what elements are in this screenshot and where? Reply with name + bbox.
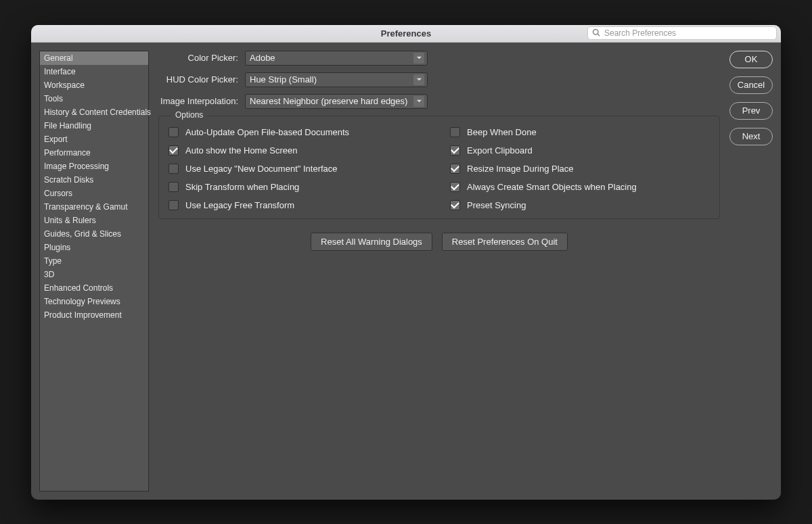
option-label: Auto-Update Open File-based Documents xyxy=(185,127,349,137)
image-interpolation-label: Image Interpolation: xyxy=(158,96,238,106)
color-picker-select[interactable]: Adobe xyxy=(245,51,428,66)
option-label: Always Create Smart Objects when Placing xyxy=(467,182,637,192)
options-legend: Options xyxy=(171,110,207,120)
option-label: Beep When Done xyxy=(467,127,537,137)
checkbox[interactable] xyxy=(450,145,460,156)
sidebar-item-file-handling[interactable]: File Handling xyxy=(40,119,148,133)
sidebar-item-tools[interactable]: Tools xyxy=(40,92,148,105)
sidebar-item-workspace[interactable]: Workspace xyxy=(40,78,148,92)
checkbox[interactable] xyxy=(450,200,460,210)
option-row: Preset Syncing xyxy=(450,200,710,210)
color-picker-value: Adobe xyxy=(250,53,275,63)
sidebar-item-enhanced-controls[interactable]: Enhanced Controls xyxy=(40,281,148,295)
checkbox[interactable] xyxy=(450,127,460,137)
options-column-right: Beep When DoneExport ClipboardResize Ima… xyxy=(450,127,710,210)
sidebar-item-plugins[interactable]: Plugins xyxy=(40,241,148,254)
dialog-title: Preferences xyxy=(31,28,781,39)
option-row: Resize Image During Place xyxy=(450,164,710,174)
checkbox[interactable] xyxy=(168,200,179,210)
titlebar: Preferences xyxy=(31,25,781,43)
hud-color-picker-label: HUD Color Picker: xyxy=(158,74,238,85)
option-label: Preset Syncing xyxy=(467,200,526,210)
option-row: Beep When Done xyxy=(450,127,710,137)
bottom-button-row: Reset All Warning Dialogs Reset Preferen… xyxy=(158,233,720,251)
checkbox[interactable] xyxy=(450,182,460,192)
cancel-button[interactable]: Cancel xyxy=(729,76,773,94)
hud-color-picker-select[interactable]: Hue Strip (Small) xyxy=(245,72,428,87)
sidebar-item-scratch-disks[interactable]: Scratch Disks xyxy=(40,173,148,187)
sidebar-item-interface[interactable]: Interface xyxy=(40,65,148,78)
sidebar-item-technology-previews[interactable]: Technology Previews xyxy=(40,295,148,308)
hud-color-picker-value: Hue Strip (Small) xyxy=(250,74,317,85)
action-button-column: OK Cancel Prev Next xyxy=(729,51,773,492)
options-column-left: Auto-Update Open File-based DocumentsAut… xyxy=(168,127,428,210)
option-label: Use Legacy "New Document" Interface xyxy=(185,164,338,174)
sidebar-item-history-content-credentials[interactable]: History & Content Credentials xyxy=(40,105,148,119)
dialog-body: GeneralInterfaceWorkspaceToolsHistory & … xyxy=(31,43,781,500)
sidebar-item-image-processing[interactable]: Image Processing xyxy=(40,160,148,173)
option-label: Use Legacy Free Transform xyxy=(185,200,294,210)
checkbox[interactable] xyxy=(168,127,179,137)
image-interpolation-value: Nearest Neighbor (preserve hard edges) xyxy=(250,96,407,106)
sidebar-item-3d[interactable]: 3D xyxy=(40,268,148,281)
preferences-dialog: Preferences GeneralInterfaceWorkspaceToo… xyxy=(31,25,781,500)
sidebar-item-guides-grid-slices[interactable]: Guides, Grid & Slices xyxy=(40,227,148,241)
next-button[interactable]: Next xyxy=(729,128,773,145)
checkbox[interactable] xyxy=(168,182,179,192)
option-label: Auto show the Home Screen xyxy=(185,145,297,156)
option-label: Skip Transform when Placing xyxy=(185,182,299,192)
color-picker-label: Color Picker: xyxy=(158,53,238,63)
sidebar-item-transparency-gamut[interactable]: Transparency & Gamut xyxy=(40,200,148,214)
sidebar-item-type[interactable]: Type xyxy=(40,254,148,268)
option-row: Export Clipboard xyxy=(450,145,710,156)
sidebar-item-product-improvement[interactable]: Product Improvement xyxy=(40,308,148,322)
option-label: Export Clipboard xyxy=(467,145,533,156)
reset-preferences-on-quit-button[interactable]: Reset Preferences On Quit xyxy=(442,233,568,251)
option-row: Always Create Smart Objects when Placing xyxy=(450,182,710,192)
sidebar: GeneralInterfaceWorkspaceToolsHistory & … xyxy=(39,51,149,492)
option-row: Skip Transform when Placing xyxy=(168,182,428,192)
prev-button[interactable]: Prev xyxy=(729,102,773,120)
sidebar-item-general[interactable]: General xyxy=(40,51,148,65)
option-row: Use Legacy Free Transform xyxy=(168,200,428,210)
chevron-down-icon xyxy=(413,96,424,107)
option-row: Auto-Update Open File-based Documents xyxy=(168,127,428,137)
sidebar-item-performance[interactable]: Performance xyxy=(40,146,148,160)
chevron-down-icon xyxy=(413,53,424,64)
sidebar-item-export[interactable]: Export xyxy=(40,133,148,146)
content-panel: Color Picker: Adobe HUD Color Picker: Hu… xyxy=(158,51,720,492)
option-label: Resize Image During Place xyxy=(467,164,574,174)
option-row: Auto show the Home Screen xyxy=(168,145,428,156)
checkbox[interactable] xyxy=(168,145,179,156)
chevron-down-icon xyxy=(413,74,424,85)
sidebar-item-cursors[interactable]: Cursors xyxy=(40,187,148,200)
option-row: Use Legacy "New Document" Interface xyxy=(168,164,428,174)
reset-all-warning-dialogs-button[interactable]: Reset All Warning Dialogs xyxy=(311,233,432,251)
options-group: Options Auto-Update Open File-based Docu… xyxy=(158,116,720,219)
image-interpolation-select[interactable]: Nearest Neighbor (preserve hard edges) xyxy=(245,94,428,109)
ok-button[interactable]: OK xyxy=(729,51,773,68)
checkbox[interactable] xyxy=(168,164,179,174)
checkbox[interactable] xyxy=(450,164,460,174)
sidebar-item-units-rulers[interactable]: Units & Rulers xyxy=(40,214,148,227)
main-area: Color Picker: Adobe HUD Color Picker: Hu… xyxy=(158,51,773,492)
